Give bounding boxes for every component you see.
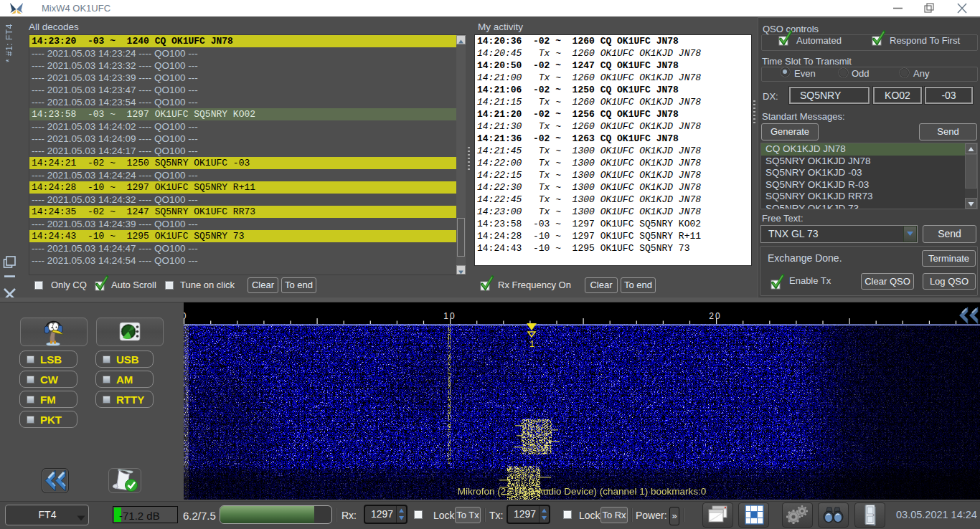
svg-text:1: 1 — [529, 340, 534, 349]
svg-text:0: 0 — [184, 311, 187, 321]
svg-text:10: 10 — [443, 311, 456, 321]
svg-text:20: 20 — [709, 311, 721, 321]
